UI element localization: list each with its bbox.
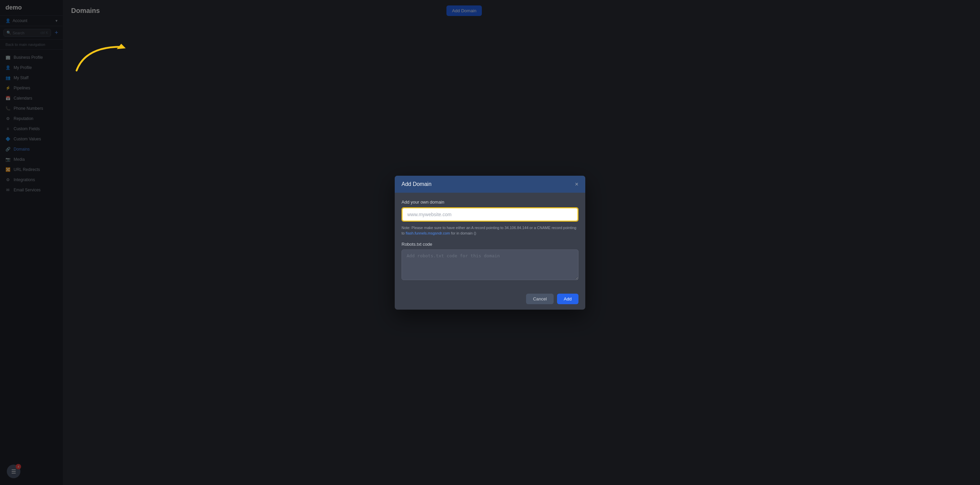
modal-overlay: Add Domain × Add your own domain Note: P… <box>0 0 490 242</box>
modal-body: Add your own domain Note: Please make su… <box>395 193 490 242</box>
domain-note: Note: Please make sure to have either an… <box>401 225 490 236</box>
domain-input-wrapper <box>401 207 490 222</box>
domain-input[interactable] <box>402 208 490 220</box>
modal-header: Add Domain × <box>395 176 490 193</box>
svg-marker-0 <box>117 44 126 49</box>
domain-field-label: Add your own domain <box>401 200 490 204</box>
robots-label: Robots.txt code <box>401 242 490 242</box>
add-domain-modal: Add Domain × Add your own domain Note: P… <box>395 176 490 242</box>
arrow-annotation <box>66 29 134 78</box>
cname-link[interactable]: flash.funnels.msgsndr.com <box>406 231 450 235</box>
modal-title: Add Domain <box>401 181 431 187</box>
